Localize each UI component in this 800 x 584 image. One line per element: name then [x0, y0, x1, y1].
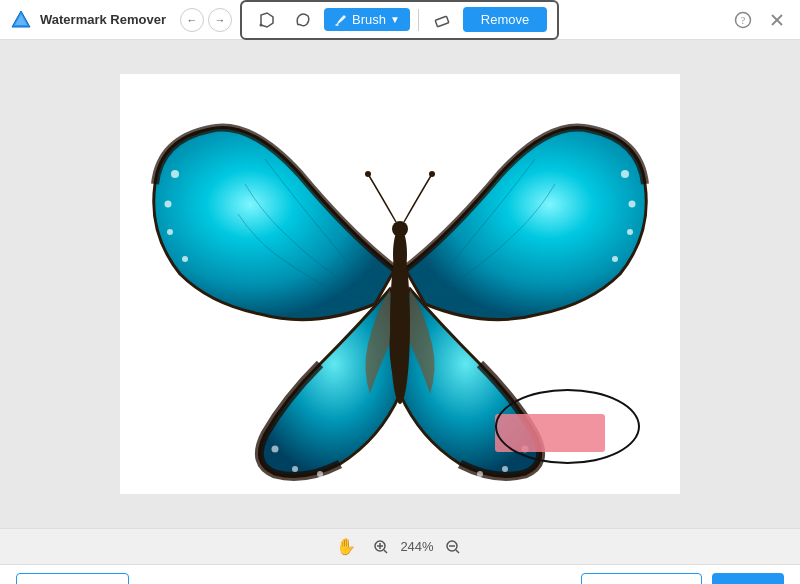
eraser-tool-button[interactable] — [427, 6, 457, 34]
title-bar: Watermark Remover ← → — [0, 0, 800, 40]
nav-forward-button[interactable]: → — [208, 8, 232, 32]
svg-rect-3 — [335, 24, 338, 26]
svg-point-10 — [171, 170, 179, 178]
bottom-toolbar: ✋ 244% — [0, 528, 800, 564]
svg-point-14 — [621, 170, 629, 178]
svg-rect-4 — [435, 16, 449, 27]
bottom-buttons-bar: New Image Crop & Save Save — [0, 564, 800, 584]
image-container — [120, 74, 680, 494]
polygon-lasso-tool-button[interactable] — [252, 6, 282, 34]
svg-point-19 — [292, 466, 298, 472]
app-title: Watermark Remover — [40, 12, 166, 27]
svg-point-21 — [342, 466, 348, 472]
hand-tool-icon[interactable]: ✋ — [336, 537, 356, 556]
close-button[interactable] — [764, 7, 790, 33]
nav-back-button[interactable]: ← — [180, 8, 204, 32]
polygon-lasso-icon — [258, 11, 276, 29]
svg-point-2 — [259, 23, 262, 26]
new-image-button[interactable]: New Image — [16, 573, 129, 585]
butterfly-image — [120, 74, 680, 494]
svg-point-29 — [365, 171, 371, 177]
zoom-in-icon — [373, 539, 389, 555]
zoom-level: 244% — [400, 539, 433, 554]
close-icon — [770, 13, 784, 27]
zoom-out-button[interactable] — [442, 536, 464, 558]
svg-point-16 — [627, 229, 633, 235]
zoom-control: 244% — [370, 536, 463, 558]
svg-point-13 — [182, 256, 188, 262]
zoom-in-button[interactable] — [370, 536, 392, 558]
freehand-lasso-icon — [294, 11, 312, 29]
brush-tool-button[interactable]: Brush ▼ — [324, 8, 410, 31]
title-bar-left: Watermark Remover ← → — [10, 0, 559, 40]
crop-save-button[interactable]: Crop & Save — [581, 573, 702, 585]
svg-line-33 — [384, 550, 387, 553]
svg-text:?: ? — [741, 15, 746, 26]
canvas-area[interactable] — [0, 40, 800, 528]
brush-icon — [334, 13, 348, 27]
nav-arrows: ← → — [180, 8, 232, 32]
svg-point-18 — [272, 446, 279, 453]
brush-dropdown-chevron: ▼ — [390, 14, 400, 25]
title-bar-right: ? — [730, 7, 790, 33]
eraser-icon — [433, 11, 451, 29]
svg-point-30 — [429, 171, 435, 177]
app-logo-icon — [10, 9, 32, 31]
remove-button[interactable]: Remove — [463, 7, 547, 32]
toolbar-separator — [418, 9, 419, 31]
svg-point-28 — [392, 221, 408, 237]
svg-point-12 — [167, 229, 173, 235]
freehand-lasso-tool-button[interactable] — [288, 6, 318, 34]
brush-label: Brush — [352, 12, 386, 27]
save-button[interactable]: Save — [712, 573, 784, 585]
help-button[interactable]: ? — [730, 7, 756, 33]
svg-line-37 — [456, 550, 459, 553]
svg-rect-31 — [495, 414, 605, 452]
svg-point-11 — [165, 201, 172, 208]
bottom-right-buttons: Crop & Save Save — [581, 573, 784, 585]
zoom-out-icon — [445, 539, 461, 555]
svg-point-20 — [317, 471, 323, 477]
svg-point-24 — [477, 471, 483, 477]
svg-point-17 — [612, 256, 618, 262]
svg-point-25 — [452, 466, 458, 472]
help-icon: ? — [734, 11, 752, 29]
svg-point-23 — [502, 466, 508, 472]
toolbar: Brush ▼ Remove — [240, 0, 559, 40]
svg-point-15 — [629, 201, 636, 208]
